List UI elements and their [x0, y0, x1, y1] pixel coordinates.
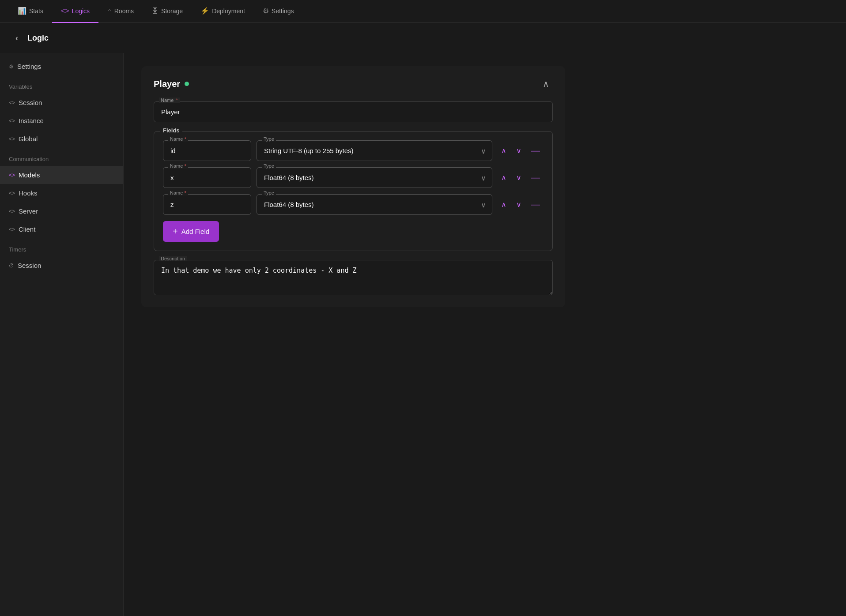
nav-stats[interactable]: 📊 Stats: [9, 0, 52, 23]
sidebar-item-hooks[interactable]: <> Hooks: [0, 184, 123, 202]
field-type-select-0[interactable]: String UTF-8 (up to 255 bytes) Float64 (…: [257, 140, 492, 161]
nav-logics-label: Logics: [72, 8, 90, 15]
player-card: Player ∧ Name * Fields: [141, 66, 565, 307]
field-type-select-wrapper-0: Type String UTF-8 (up to 255 bytes) Floa…: [257, 140, 492, 161]
field-up-button-2[interactable]: ∧: [498, 198, 510, 211]
field-type-group-0: Type String UTF-8 (up to 255 bytes) Floa…: [257, 140, 492, 161]
row-controls-0: ∧ ∨ —: [498, 143, 544, 158]
nav-storage[interactable]: 🗄 Storage: [143, 0, 192, 23]
field-name-group-0: Name *: [163, 140, 251, 161]
field-name-group-2: Name *: [163, 194, 251, 215]
field-remove-button-2[interactable]: —: [528, 197, 544, 212]
field-type-group-2: Type String UTF-8 (up to 255 bytes) Floa…: [257, 194, 492, 215]
field-type-label-0: Type: [262, 136, 276, 142]
nav-logics[interactable]: <> Logics: [52, 0, 98, 23]
sidebar-section-variables: Variables: [0, 75, 123, 94]
name-label: Name *: [159, 98, 180, 103]
collapse-button[interactable]: ∧: [539, 77, 553, 91]
field-name-input-2[interactable]: [163, 194, 251, 215]
nav-rooms[interactable]: ⌂ Rooms: [98, 0, 143, 23]
sidebar-models-label: Models: [19, 171, 40, 179]
sidebar-item-instance[interactable]: <> Instance: [0, 112, 123, 130]
field-up-button-1[interactable]: ∧: [498, 171, 510, 184]
field-type-label-1: Type: [262, 163, 276, 169]
page-title: Logic: [27, 34, 49, 43]
settings-icon: ⚙: [9, 64, 14, 70]
fields-section: Fields Name * Type: [154, 131, 553, 251]
back-button[interactable]: ‹: [11, 32, 23, 44]
field-type-select-wrapper-2: Type String UTF-8 (up to 255 bytes) Floa…: [257, 194, 492, 215]
sidebar-server-label: Server: [19, 207, 38, 215]
description-input[interactable]: In that demo we have only 2 coordinates …: [154, 260, 553, 295]
sidebar-hooks-label: Hooks: [19, 189, 38, 197]
field-remove-button-0[interactable]: —: [528, 143, 544, 158]
field-name-input-0[interactable]: [163, 140, 251, 161]
field-name-label-0: Name *: [168, 136, 188, 142]
field-type-label-2: Type: [262, 190, 276, 195]
sidebar-session-label: Session: [19, 99, 42, 106]
sidebar-instance-label: Instance: [19, 117, 44, 124]
player-name-input[interactable]: [154, 101, 553, 122]
sidebar-item-global[interactable]: <> Global: [0, 130, 123, 148]
sidebar-item-server[interactable]: <> Server: [0, 202, 123, 220]
sidebar-item-models[interactable]: <> Models: [0, 166, 123, 184]
sidebar-client-label: Client: [19, 225, 35, 233]
field-down-button-0[interactable]: ∨: [513, 144, 525, 158]
main-content: Player ∧ Name * Fields: [124, 53, 846, 616]
field-row-0: Name * Type String UTF-8 (up to 255 byte…: [163, 140, 544, 161]
description-label: Description: [159, 256, 187, 261]
nav-settings-label: Settings: [272, 8, 294, 15]
stats-icon: 📊: [18, 7, 26, 15]
sidebar-section-communication: Communication: [0, 148, 123, 166]
sidebar-section-timers: Timers: [0, 238, 123, 256]
fields-section-label: Fields: [160, 127, 182, 134]
sidebar-global-label: Global: [19, 135, 38, 143]
main-layout: ‹ Logic ⚙ Settings Variables <> Session …: [0, 23, 846, 616]
field-name-label-2: Name *: [168, 190, 188, 195]
sidebar-item-settings[interactable]: ⚙ Settings: [0, 57, 123, 75]
field-type-group-1: Type String UTF-8 (up to 255 bytes) Floa…: [257, 167, 492, 188]
field-down-button-1[interactable]: ∨: [513, 171, 525, 184]
models-icon: <>: [9, 172, 15, 178]
nav-stats-label: Stats: [29, 8, 43, 15]
field-up-button-0[interactable]: ∧: [498, 144, 510, 158]
instance-icon: <>: [9, 118, 15, 124]
session-icon: <>: [9, 100, 15, 106]
global-icon: <>: [9, 136, 15, 142]
plus-icon: +: [173, 226, 178, 237]
field-remove-button-1[interactable]: —: [528, 170, 544, 185]
content-area: ⚙ Settings Variables <> Session <> Insta…: [0, 53, 846, 616]
nav-deployment[interactable]: ⚡ Deployment: [192, 0, 254, 23]
nav-deployment-label: Deployment: [212, 8, 245, 15]
player-title-group: Player: [154, 79, 189, 89]
field-row-1: Name * Type String UTF-8 (up to 255 byte…: [163, 167, 544, 188]
field-type-select-1[interactable]: String UTF-8 (up to 255 bytes) Float64 (…: [257, 167, 492, 188]
description-group: Description In that demo we have only 2 …: [154, 260, 553, 297]
player-title: Player: [154, 79, 180, 89]
sidebar: ⚙ Settings Variables <> Session <> Insta…: [0, 53, 124, 616]
player-header: Player ∧: [154, 77, 553, 91]
sidebar-item-client[interactable]: <> Client: [0, 220, 123, 238]
timer-session-icon: ⏱: [9, 263, 14, 269]
player-status-dot: [185, 82, 189, 86]
field-row-2: Name * Type String UTF-8 (up to 255 byte…: [163, 194, 544, 215]
field-name-group-1: Name *: [163, 167, 251, 188]
field-type-select-2[interactable]: String UTF-8 (up to 255 bytes) Float64 (…: [257, 194, 492, 215]
row-controls-1: ∧ ∨ —: [498, 170, 544, 185]
settings-nav-icon: ⚙: [263, 7, 269, 15]
field-name-input-1[interactable]: [163, 167, 251, 188]
add-field-button[interactable]: + Add Field: [163, 221, 219, 242]
nav-rooms-label: Rooms: [114, 8, 134, 15]
hooks-icon: <>: [9, 190, 15, 196]
top-nav: 📊 Stats <> Logics ⌂ Rooms 🗄 Storage ⚡ De…: [0, 0, 846, 23]
sidebar-timer-session-label: Session: [18, 262, 41, 269]
sidebar-item-timer-session[interactable]: ⏱ Session: [0, 256, 123, 274]
field-down-button-2[interactable]: ∨: [513, 198, 525, 211]
add-field-label: Add Field: [181, 228, 209, 235]
sidebar-item-session[interactable]: <> Session: [0, 94, 123, 112]
nav-storage-label: Storage: [161, 8, 183, 15]
nav-settings[interactable]: ⚙ Settings: [254, 0, 303, 23]
client-icon: <>: [9, 226, 15, 233]
field-name-label-1: Name *: [168, 163, 188, 169]
breadcrumb: ‹ Logic: [0, 23, 846, 53]
